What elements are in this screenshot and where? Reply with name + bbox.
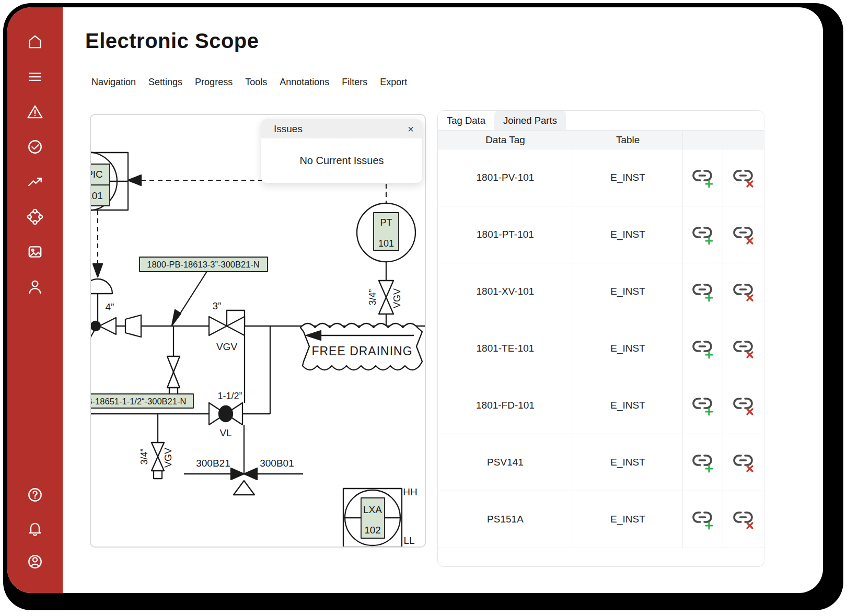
issues-popup-header: Issues × xyxy=(261,119,422,138)
page-title: Electronic Scope xyxy=(85,29,259,53)
svg-text:LXA: LXA xyxy=(363,504,382,515)
cell-link-add xyxy=(683,263,723,320)
x-icon xyxy=(747,181,752,187)
issues-title: Issues xyxy=(274,123,303,135)
x-icon xyxy=(747,409,752,414)
link-remove-button[interactable] xyxy=(732,338,755,359)
link-add-button[interactable] xyxy=(691,167,714,189)
tab-tag-data[interactable]: Tag Data xyxy=(438,111,494,130)
svg-text:300B21: 300B21 xyxy=(196,458,230,469)
link-remove-button[interactable] xyxy=(732,508,755,530)
table-row[interactable]: 1801-PT-101E_INST xyxy=(438,206,764,263)
menu-item-tools[interactable]: Tools xyxy=(245,77,267,88)
link-add-button[interactable] xyxy=(691,394,714,416)
image-icon[interactable] xyxy=(27,243,43,260)
svg-text:LL: LL xyxy=(403,535,414,546)
svg-text:PIC: PIC xyxy=(91,169,103,180)
cell-link-remove xyxy=(723,263,764,320)
cell-link-remove xyxy=(723,491,764,548)
svg-text:HH: HH xyxy=(403,486,417,497)
menu-item-navigation[interactable]: Navigation xyxy=(91,77,136,88)
cell-link-remove xyxy=(723,434,764,491)
cell-data-tag: 1801-PV-101 xyxy=(438,149,573,206)
menu-item-annotations[interactable]: Annotations xyxy=(280,77,329,88)
svg-text:101: 101 xyxy=(91,190,103,201)
pt-root-valve xyxy=(379,281,393,297)
cell-data-tag: PS151A xyxy=(438,491,573,548)
bell-icon[interactable] xyxy=(27,520,43,537)
link-remove-button[interactable] xyxy=(732,167,755,189)
cell-data-tag: 1801-XV-101 xyxy=(438,263,573,320)
nodes-icon[interactable] xyxy=(27,208,43,225)
arrowhead-into-pic xyxy=(128,175,141,185)
link-add-button[interactable] xyxy=(691,338,714,359)
menu-item-settings[interactable]: Settings xyxy=(148,77,182,88)
link-add-button[interactable] xyxy=(691,224,714,246)
menu-icon[interactable] xyxy=(27,68,43,85)
tag-table-panel: Tag Data Joined Parts Data Tag Table 180… xyxy=(437,110,764,567)
table-row[interactable]: 1801-PV-101E_INST xyxy=(438,149,764,206)
cell-link-add xyxy=(683,320,723,377)
svg-text:FREE DRAINING: FREE DRAINING xyxy=(311,344,412,358)
tab-joined-parts[interactable]: Joined Parts xyxy=(494,111,566,130)
cell-table: E_INST xyxy=(573,263,683,320)
cell-link-remove xyxy=(723,149,764,206)
svg-text:VL: VL xyxy=(219,427,231,438)
column-header-table: Table xyxy=(573,131,683,149)
link-add-button[interactable] xyxy=(691,451,714,473)
spec-break-symbol xyxy=(231,468,244,480)
cell-link-add xyxy=(683,434,723,491)
close-icon[interactable]: × xyxy=(408,124,414,134)
check-circle-icon[interactable] xyxy=(27,138,43,155)
x-icon xyxy=(747,466,752,471)
help-icon[interactable] xyxy=(27,486,43,503)
menu-item-progress[interactable]: Progress xyxy=(195,77,233,88)
link-remove-button[interactable] xyxy=(732,394,755,416)
link-remove-button[interactable] xyxy=(732,281,755,303)
cell-table: E_INST xyxy=(573,434,683,491)
svg-text:3/4”: 3/4” xyxy=(139,448,149,464)
svg-text:B-18651-1-1/2“-300B21-N: B-18651-1-1/2“-300B21-N xyxy=(91,397,186,406)
plus-icon xyxy=(706,352,712,358)
menu-bar: NavigationSettingsProgressToolsAnnotatio… xyxy=(91,77,407,88)
valve-actuator-dome xyxy=(91,279,112,294)
trend-icon[interactable] xyxy=(27,173,43,190)
link-add-button[interactable] xyxy=(691,281,714,303)
link-add-button[interactable] xyxy=(691,508,714,530)
cell-link-add xyxy=(683,206,723,263)
menu-item-filters[interactable]: Filters xyxy=(342,77,367,88)
svg-text:101: 101 xyxy=(378,238,394,249)
link-remove-button[interactable] xyxy=(732,224,755,246)
x-icon xyxy=(747,352,752,357)
svg-text:1-1/2”: 1-1/2” xyxy=(217,391,242,401)
table-row[interactable]: PS151AE_INST xyxy=(438,491,764,548)
cell-link-remove xyxy=(723,320,764,377)
cell-link-add xyxy=(683,149,723,206)
svg-text:300B01: 300B01 xyxy=(260,458,294,469)
warning-icon[interactable] xyxy=(27,103,43,120)
svg-text:PT: PT xyxy=(380,217,392,228)
link-remove-button[interactable] xyxy=(732,451,755,473)
table-row[interactable]: 1801-TE-101E_INST xyxy=(438,320,764,377)
svg-text:VGV: VGV xyxy=(216,341,237,352)
angle-valve xyxy=(99,318,116,334)
plus-icon xyxy=(706,181,712,187)
cell-table: E_INST xyxy=(573,377,683,434)
home-icon[interactable] xyxy=(27,33,43,50)
person-icon[interactable] xyxy=(27,278,43,295)
menu-item-export[interactable]: Export xyxy=(380,77,407,88)
svg-text:VGV: VGV xyxy=(392,288,402,308)
table-row[interactable]: PSV141E_INST xyxy=(438,434,764,491)
plus-icon xyxy=(706,409,712,415)
cell-data-tag: 1801-FD-101 xyxy=(438,377,573,434)
svg-text:3”: 3” xyxy=(213,300,222,311)
table-row[interactable]: 1801-FD-101E_INST xyxy=(438,377,764,434)
x-icon xyxy=(747,523,752,528)
table-row[interactable]: 1801-XV-101E_INST xyxy=(438,263,764,320)
x-icon xyxy=(747,238,752,243)
cell-data-tag: 1801-TE-101 xyxy=(438,320,573,377)
reducer xyxy=(125,315,141,337)
account-icon[interactable] xyxy=(27,553,43,570)
cell-link-remove xyxy=(723,206,764,263)
issues-body-text: No Current Issues xyxy=(261,138,422,183)
